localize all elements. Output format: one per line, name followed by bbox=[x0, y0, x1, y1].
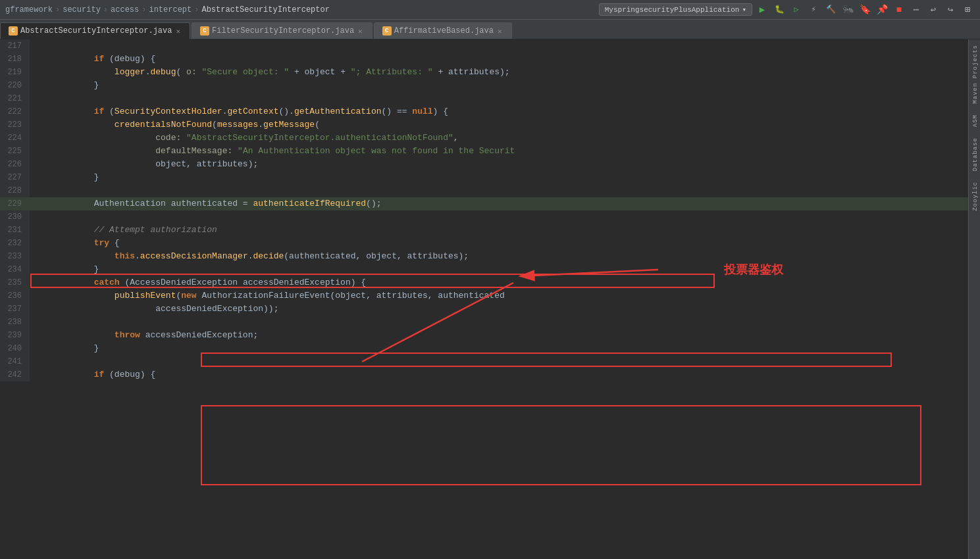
line-number: 227 bbox=[0, 171, 30, 184]
line-content bbox=[30, 39, 968, 53]
table-row: 225 defaultMessage: "An Authentication o… bbox=[0, 145, 968, 158]
toolbar-right: MyspringsecurityPlusApplication ▾ ▶ 🐛 ▷ … bbox=[599, 3, 975, 17]
line-number: 241 bbox=[0, 355, 30, 368]
zooylic-label[interactable]: Zooylic bbox=[970, 176, 981, 216]
breadcrumb-item[interactable]: intercept bbox=[149, 5, 192, 14]
tab-abstractsecurity[interactable]: C AbstractSecurityInterceptor.java ✕ bbox=[0, 22, 190, 39]
tab-close-button[interactable]: ✕ bbox=[174, 27, 182, 36]
line-content: throw accessDeniedException; bbox=[30, 329, 968, 342]
coverage-button[interactable]: ⚡ bbox=[806, 3, 821, 17]
line-content: credentialsNotFound(messages.getMessage( bbox=[30, 118, 968, 132]
table-row: 242 if (debug) { bbox=[0, 368, 968, 381]
bookmark2-button[interactable]: 📌 bbox=[875, 3, 889, 17]
table-row: 239 throw accessDeniedException; bbox=[0, 329, 968, 342]
line-content: // Attempt authorization bbox=[30, 224, 968, 237]
line-number: 226 bbox=[0, 158, 30, 171]
line-content: object, attributes); bbox=[30, 158, 968, 171]
table-row: 228 bbox=[0, 184, 968, 197]
line-content: code: "AbstractSecurityInterceptor.authe… bbox=[30, 132, 968, 145]
maven-projects-label[interactable]: Maven Projects bbox=[970, 39, 981, 109]
tab-bar: C AbstractSecurityInterceptor.java ✕ C F… bbox=[0, 20, 980, 39]
table-row: 224 code: "AbstractSecurityInterceptor.a… bbox=[0, 132, 968, 145]
run2-button[interactable]: ▷ bbox=[789, 3, 804, 17]
table-row: 218 if (debug) { bbox=[0, 53, 968, 66]
breadcrumb: gframework › security › access › interce… bbox=[5, 5, 599, 14]
line-content: } bbox=[30, 79, 968, 92]
tab-label: AffirmativeBased.java bbox=[394, 26, 494, 36]
breadcrumb-item-active[interactable]: AbstractSecurityInterceptor bbox=[201, 5, 329, 14]
top-bar: gframework › security › access › interce… bbox=[0, 0, 980, 20]
line-number: 219 bbox=[0, 66, 30, 79]
table-row: 233 this.accessDecisionManager.decide(au… bbox=[0, 250, 968, 263]
more-button[interactable]: ⋯ bbox=[909, 3, 923, 17]
line-number: 231 bbox=[0, 224, 30, 237]
redo-button[interactable]: ↪ bbox=[943, 3, 958, 17]
tab-icon: C bbox=[200, 26, 209, 36]
tab-filtersecurity[interactable]: C FilterSecurityInterceptor.java ✕ bbox=[192, 22, 373, 39]
stop-button[interactable]: ■ bbox=[892, 3, 906, 17]
breadcrumb-item[interactable]: security bbox=[63, 5, 101, 14]
line-content: } bbox=[30, 263, 968, 276]
bookmark-button[interactable]: 🔖 bbox=[858, 3, 872, 17]
asm-label[interactable]: ASM bbox=[970, 109, 981, 132]
tab-close-button[interactable]: ✕ bbox=[357, 27, 364, 36]
line-number: 240 bbox=[0, 342, 30, 355]
breadcrumb-item[interactable]: access bbox=[111, 5, 139, 14]
line-content: logger.debug( o: "Secure object: " + obj… bbox=[30, 66, 968, 79]
table-row: 231 // Attempt authorization bbox=[0, 224, 968, 237]
table-row: 222 if (SecurityContextHolder.getContext… bbox=[0, 105, 968, 118]
table-row: 240 } bbox=[0, 342, 968, 355]
line-number: 232 bbox=[0, 237, 30, 250]
table-row: 232 try { bbox=[0, 237, 968, 250]
breadcrumb-item[interactable]: gframework bbox=[5, 5, 53, 14]
breadcrumb-sep: › bbox=[103, 5, 108, 14]
line-number: 230 bbox=[0, 210, 30, 224]
line-number: 224 bbox=[0, 132, 30, 145]
line-number: 220 bbox=[0, 79, 30, 92]
table-row: 237 accessDeniedException)); bbox=[0, 303, 968, 316]
ant-button[interactable]: 🐜 bbox=[840, 3, 855, 17]
table-row: 230 bbox=[0, 210, 968, 224]
line-content bbox=[30, 92, 968, 105]
run-config-selector[interactable]: MyspringsecurityPlusApplication ▾ bbox=[599, 3, 752, 16]
run-config-label: MyspringsecurityPlusApplication bbox=[605, 6, 740, 14]
line-number: 235 bbox=[0, 276, 30, 289]
tab-affirmativebased[interactable]: C AffirmativeBased.java ✕ bbox=[374, 22, 512, 39]
database-label[interactable]: Database bbox=[970, 132, 981, 176]
undo-button[interactable]: ↩ bbox=[926, 3, 941, 17]
line-number: 218 bbox=[0, 53, 30, 66]
line-content: } bbox=[30, 171, 968, 184]
line-content: if (debug) { bbox=[30, 53, 968, 66]
breadcrumb-sep: › bbox=[55, 5, 60, 14]
line-number: 228 bbox=[0, 184, 30, 197]
annotation-box-3 bbox=[201, 405, 921, 485]
line-content: publishEvent(new AuthorizationFailureEve… bbox=[30, 289, 968, 303]
code-lines: 217 218 if (debug) { 219 logger.debug( o… bbox=[0, 39, 968, 381]
table-row: 238 bbox=[0, 316, 968, 329]
table-row: 241 bbox=[0, 355, 968, 368]
table-row: 217 bbox=[0, 39, 968, 53]
line-content: if (debug) { bbox=[30, 368, 968, 381]
line-content: if (SecurityContextHolder.getContext().g… bbox=[30, 105, 968, 118]
grid-button[interactable]: ⊞ bbox=[960, 3, 975, 17]
tab-close-button[interactable]: ✕ bbox=[496, 27, 503, 36]
table-row: 227 } bbox=[0, 171, 968, 184]
build-button[interactable]: 🔨 bbox=[823, 3, 838, 17]
code-editor[interactable]: 217 218 if (debug) { 219 logger.debug( o… bbox=[0, 39, 968, 559]
table-row: 229 Authentication authenticated = authe… bbox=[0, 197, 968, 210]
line-content bbox=[30, 316, 968, 329]
line-number: 238 bbox=[0, 316, 30, 329]
line-content bbox=[30, 355, 968, 368]
line-number: 233 bbox=[0, 250, 30, 263]
table-row: 226 object, attributes); bbox=[0, 158, 968, 171]
table-row: 223 credentialsNotFound(messages.getMess… bbox=[0, 118, 968, 132]
right-panel: Maven Projects ASM Database Zooylic bbox=[968, 39, 980, 559]
run-button[interactable]: ▶ bbox=[755, 3, 769, 17]
main-content: 217 218 if (debug) { 219 logger.debug( o… bbox=[0, 39, 980, 559]
table-row: 221 bbox=[0, 92, 968, 105]
table-row: 235 catch (AccessDeniedException accessD… bbox=[0, 276, 968, 289]
line-number: 242 bbox=[0, 368, 30, 381]
tab-label: FilterSecurityInterceptor.java bbox=[212, 26, 354, 36]
debug-button[interactable]: 🐛 bbox=[772, 3, 787, 17]
breadcrumb-sep: › bbox=[142, 5, 146, 14]
